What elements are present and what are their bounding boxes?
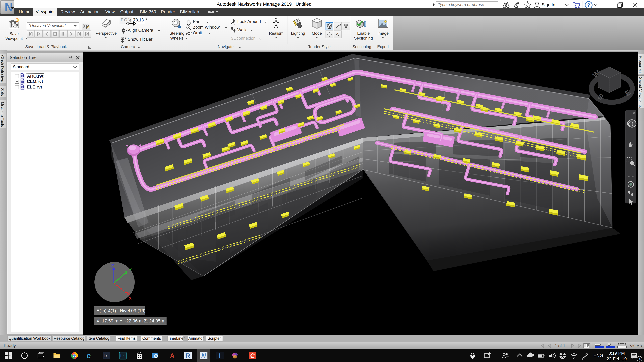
svg-text:R: R — [186, 352, 190, 359]
svg-text:20: 20 — [638, 357, 641, 361]
svg-text:I: I — [219, 352, 221, 359]
svg-text:Lr: Lr — [104, 354, 107, 358]
svg-text:Y: Y — [128, 267, 132, 273]
svg-text:X: X — [128, 296, 132, 301]
svg-text:N: N — [5, 1, 13, 13]
svg-text:e: e — [86, 352, 91, 360]
svg-text:C: C — [250, 352, 255, 359]
svg-text:N: N — [201, 352, 206, 359]
svg-text:?: ? — [587, 2, 590, 8]
svg-text:X: 17.59 m Y: -22.96 m Z: 24: X: 17.59 m Y: -22.96 m Z: 24.95 m — [96, 319, 166, 324]
svg-text:E(-5)-4(1) : Nivel 03 (16): E(-5)-4(1) : Nivel 03 (16) — [96, 308, 146, 313]
svg-text:A: A — [170, 352, 175, 360]
svg-text:Lr: Lr — [120, 354, 124, 358]
svg-text:Z: Z — [111, 263, 114, 269]
